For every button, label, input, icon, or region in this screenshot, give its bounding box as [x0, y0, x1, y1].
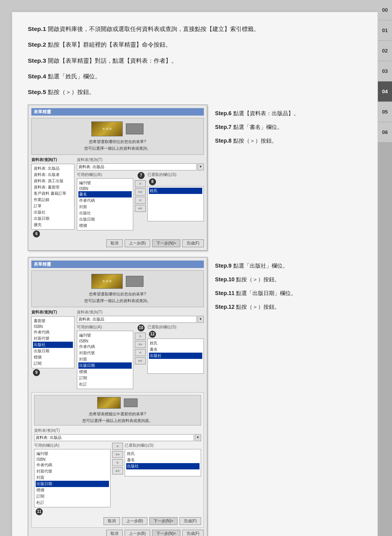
list-item[interactable]: 出版日期 — [78, 216, 132, 223]
list-item[interactable]: 封面代號 — [78, 350, 132, 356]
list-item[interactable]: 封面代號 — [33, 335, 73, 342]
list-item[interactable]: ISBN — [78, 186, 132, 191]
list-item[interactable]: 封面 — [78, 356, 132, 362]
list-item[interactable]: 訂閱 — [33, 360, 73, 367]
selected-list-item[interactable]: 姓氏 — [149, 340, 202, 346]
list-item[interactable]: 作者代碼 — [36, 462, 109, 468]
list-item[interactable]: 訂閱 — [78, 375, 132, 381]
list-item[interactable]: 書面號 — [33, 318, 73, 324]
arrow-btn-add-all[interactable]: >> — [135, 188, 146, 196]
inner-arrow-remove[interactable]: < — [112, 459, 123, 466]
list-item-selected-11[interactable]: 出版日期 — [78, 362, 132, 369]
list-item-selected[interactable]: 書名 — [78, 191, 132, 197]
selected-list-item[interactable]: 出版社 — [126, 463, 200, 469]
inner-prev-btn[interactable]: 上一步(B) — [122, 517, 147, 525]
list-item[interactable]: 編刊號 — [36, 451, 109, 457]
page-wrapper: 00 01 02 03 04 05 06 Step.1 開啟資料庫後，不須開啟或… — [0, 0, 392, 536]
dialog2-finish-btn[interactable]: 完成(F) — [182, 530, 204, 536]
tab-05[interactable]: 05 — [378, 102, 392, 122]
dialog2-available-list: 編刊號 ISBN 作者代碼 封面代號 封面 出版日期 標價 訂閱 杜訂 — [77, 331, 133, 389]
list-item[interactable]: 出版社 — [78, 210, 132, 216]
list-item[interactable]: 擴充 — [33, 222, 73, 228]
list-item-date-selected[interactable]: 出版日期 — [36, 481, 109, 487]
list-item[interactable]: 資料表: 書面管 — [33, 184, 73, 190]
list-item[interactable]: 編刊號 — [78, 332, 132, 339]
list-item[interactable]: 封面 — [36, 474, 109, 481]
dialog1-table-combo[interactable]: 資料表: 出版品 ▼ — [77, 163, 204, 170]
dialog1-table-select-area: 資料表/查詢(T) 資料表: 出版品 ▼ — [77, 157, 204, 170]
selected-list-item[interactable]: 姓氏 — [126, 451, 200, 457]
prev-btn[interactable]: 上一步(B) — [125, 239, 150, 247]
badge-9: 9 — [33, 369, 40, 376]
list-item[interactable]: 作者代碼 — [78, 344, 132, 350]
list-item[interactable]: 標價 — [36, 487, 109, 493]
list-item[interactable]: 出版日期 — [33, 215, 73, 222]
dialog2-table-select-label: 資料表/查詢(T) — [77, 310, 204, 315]
dialog2-cancel-btn[interactable]: 取消 — [106, 530, 123, 536]
list-item[interactable]: 訂單 — [33, 203, 73, 209]
inner-finish-btn[interactable]: 完成(F) — [180, 517, 201, 525]
arrow-btn-add2[interactable]: > — [135, 333, 146, 340]
list-item[interactable]: ISBN — [78, 339, 132, 344]
arrow-btn-remove-all2[interactable]: << — [135, 357, 146, 364]
list-item[interactable]: 資料表: 員工出版 — [33, 178, 73, 184]
inner-next-btn[interactable]: 下一步(N)> — [149, 517, 178, 525]
tab-01[interactable]: 01 — [378, 20, 392, 41]
list-item-selected[interactable]: 出版社 — [33, 342, 73, 348]
list-item[interactable]: 作者代碼 — [78, 197, 132, 204]
list-item[interactable]: 杜訂 — [36, 500, 109, 506]
inner-arrow-add[interactable]: > — [112, 443, 123, 450]
inner-selected-list: 姓氏 書名 出版社 — [125, 449, 201, 476]
tab-03[interactable]: 03 — [378, 61, 392, 81]
selected-list-item[interactable]: 書名 — [149, 346, 202, 353]
selected-list-item[interactable]: 書名 — [126, 457, 200, 463]
tab-04[interactable]: 04 — [378, 81, 392, 102]
arrow-btn-remove[interactable]: < — [135, 197, 146, 204]
step5-text: 點按（＞）按鈕。 — [48, 89, 95, 95]
arrow-btn-add[interactable]: > — [135, 180, 146, 187]
list-item[interactable]: 作者代碼 — [33, 329, 73, 335]
list-item[interactable]: 封面代號 — [36, 468, 109, 474]
arrow-btn-remove-all[interactable]: << — [135, 205, 146, 212]
selected-list-item[interactable]: 姓氏 — [149, 188, 202, 194]
arrow-btn-remove2[interactable]: < — [135, 349, 146, 356]
dialog2-prev-btn[interactable]: 上一步(B) — [125, 530, 150, 536]
list-item[interactable]: ISBN — [36, 457, 109, 462]
list-item[interactable]: ISBN — [33, 324, 73, 329]
list-item[interactable]: 編刊號 — [78, 180, 132, 186]
inner-arrow-add-all[interactable]: >> — [112, 451, 123, 458]
list-item[interactable]: 杜訂 — [78, 381, 132, 388]
inner-cancel-btn[interactable]: 取消 — [103, 517, 120, 525]
list-item[interactable]: 標價 — [33, 354, 73, 360]
inner-combo-arrow[interactable]: ▼ — [195, 434, 201, 441]
tab-00[interactable]: 00 — [378, 0, 392, 20]
list-item[interactable]: 封面 — [78, 204, 132, 210]
dialog1-available-list: 編刊號 ISBN 書名 作者代碼 封面 出版社 出版日期 標價 — [77, 178, 133, 230]
list-item[interactable]: 資料表: 出版品 — [33, 165, 73, 172]
list-item[interactable]: 標價 — [78, 369, 132, 375]
next-btn[interactable]: 下一步(N)> — [152, 239, 180, 247]
tab-02[interactable]: 02 — [378, 41, 392, 61]
list-item[interactable]: 客戶資料 書籍訂單 — [33, 190, 73, 197]
inner-arrow-remove-all[interactable]: << — [112, 467, 123, 474]
side-step7-text: 點選「書名」欄位。 — [233, 124, 283, 130]
inner-table-label: 資料表/查詢(T) — [34, 428, 201, 433]
list-item[interactable]: 出版社 — [33, 209, 73, 215]
dialog2-combo-arrow[interactable]: ▼ — [198, 316, 204, 323]
list-item[interactable]: 訂閱 — [36, 493, 109, 500]
list-item[interactable]: 出版日期 — [33, 348, 73, 354]
dialog2-table-combo[interactable]: 資料表: 出版品 ▼ — [77, 316, 204, 323]
dialog1-combo-arrow[interactable]: ▼ — [198, 163, 204, 170]
side-step11-text: 點選「出版日期」欄位。 — [236, 290, 296, 296]
tab-06[interactable]: 06 — [378, 122, 392, 143]
dialog2-next-btn[interactable]: 下一步(N)> — [152, 530, 180, 536]
inner-table-combo[interactable]: 資料表: 出版品 ▼ — [34, 434, 201, 441]
list-item[interactable]: 標價 — [78, 223, 132, 229]
inner-selected-col: 已選取的欄位(S): 姓氏 書名 出版社 — [125, 443, 201, 476]
cancel-btn[interactable]: 取消 — [106, 239, 123, 247]
selected-list-item-selected[interactable]: 出版社 — [149, 353, 202, 359]
list-item[interactable]: 資料表: 出版者 — [33, 172, 73, 178]
list-item[interactable]: 作業記錄 — [33, 197, 73, 203]
arrow-btn-add-all2[interactable]: >> — [135, 341, 146, 348]
finish-btn[interactable]: 完成(F) — [182, 239, 204, 247]
